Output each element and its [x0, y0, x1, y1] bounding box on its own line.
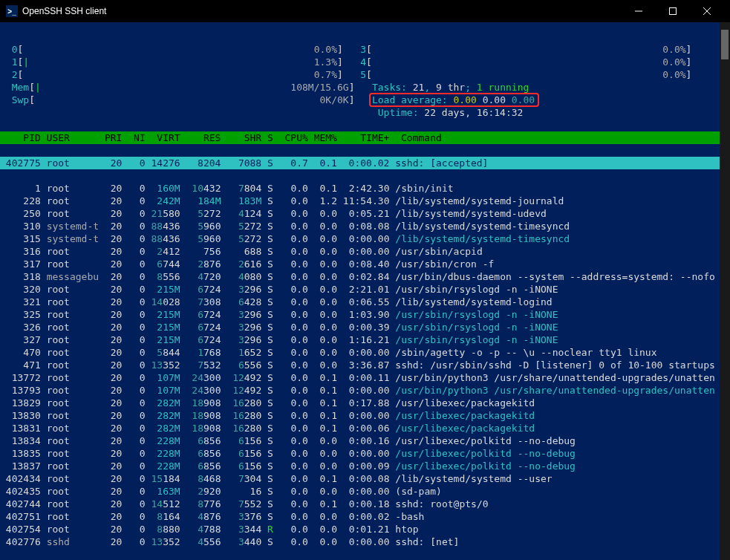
cpu-meter-row: 1[| 1.3%] 4[ 0.0%]	[0, 56, 691, 68]
process-row[interactable]: 1 root 20 0 160M 10432 7804 S 0.0 0.1 2:…	[0, 183, 454, 194]
process-row[interactable]: 13834 root 20 0 228M 6856 6156 S 0.0 0.0…	[0, 435, 576, 446]
process-row[interactable]: 471 root 20 0 13352 7532 6556 S 0.0 0.0 …	[0, 359, 715, 371]
process-row[interactable]: 325 root 20 0 215M 6724 3296 S 0.0 0.0 1…	[0, 309, 558, 320]
minimize-button[interactable]	[622, 0, 656, 22]
process-row[interactable]: 13830 root 20 0 282M 18908 16280 S 0.0 0…	[0, 410, 535, 421]
titlebar[interactable]: >_ OpenSSH SSH client	[0, 0, 730, 23]
process-row[interactable]: 402744 root 20 0 14512 8776 7552 S 0.0 0…	[0, 498, 489, 509]
close-button[interactable]	[690, 0, 724, 22]
process-row[interactable]: 321 root 20 0 14028 7308 6428 S 0.0 0.0 …	[0, 296, 553, 307]
process-row[interactable]: 318 messagebu 20 0 8556 4720 4080 S 0.0 …	[0, 271, 715, 282]
mem-meter-row: Mem[| 108M/15.6G] Tasks: 21, 9 thr; 1 ru…	[0, 82, 529, 93]
maximize-button[interactable]	[656, 0, 690, 22]
swp-meter-row: Swp[ 0K/0K] Load average: 0.00 0.00 0.00	[0, 94, 539, 105]
process-row[interactable]: 326 root 20 0 215M 6724 3296 S 0.0 0.0 0…	[0, 322, 558, 333]
process-row[interactable]: 13835 root 20 0 228M 6856 6156 S 0.0 0.0…	[0, 448, 576, 459]
process-row[interactable]: 316 root 20 0 2412 756 688 S 0.0 0.0 0:0…	[0, 246, 483, 257]
process-row[interactable]: 13837 root 20 0 228M 6856 6156 S 0.0 0.0…	[0, 460, 576, 472]
process-row[interactable]: 320 root 20 0 215M 6724 3296 S 0.0 0.0 2…	[0, 284, 558, 295]
terminal-body[interactable]: 0[ 0.0%] 3[ 0.0%] 1[| 1.3%] 4[	[0, 22, 720, 560]
cpu-meter-row: 0[ 0.0%] 3[ 0.0%]	[0, 44, 691, 55]
process-row[interactable]: 470 root 20 0 5844 1768 1652 S 0.0 0.0 0…	[0, 347, 657, 358]
process-row[interactable]: 315 systemd-t 20 0 88436 5960 5272 S 0.0…	[0, 233, 570, 244]
window-title: OpenSSH SSH client	[22, 6, 106, 16]
process-table-header[interactable]: PID USER PRI NI VIRT RES SHR S CPU% MEM%…	[0, 131, 720, 144]
vertical-scrollbar[interactable]	[720, 22, 730, 560]
process-row[interactable]: 310 systemd-t 20 0 88436 5960 5272 S 0.0…	[0, 221, 570, 232]
uptime-row: Uptime: 22 days, 16:14:32	[0, 107, 523, 118]
load-average-highlight: Load average: 0.00 0.00 0.00	[369, 93, 539, 107]
powershell-icon: >_	[6, 5, 18, 17]
process-row[interactable]: 402435 root 20 0 163M 2920 16 S 0.0 0.0 …	[0, 486, 442, 497]
svg-rect-0	[670, 8, 677, 15]
process-row[interactable]: 13793 root 20 0 107M 24300 12492 S 0.0 0…	[0, 385, 715, 396]
process-row[interactable]: 402751 root 20 0 8164 4876 3376 S 0.0 0.…	[0, 511, 424, 522]
scrollbar-thumb[interactable]	[721, 30, 729, 59]
process-row[interactable]: 228 root 20 0 242M 184M 183M S 0.0 1.2 1…	[0, 195, 564, 206]
process-row[interactable]: 13829 root 20 0 282M 18908 16280 S 0.0 0…	[0, 397, 535, 408]
process-row-selected[interactable]: 402775 root 20 0 14276 8204 7088 S 0.7 0…	[0, 157, 720, 169]
process-row[interactable]: 250 root 20 0 21580 5272 4124 S 0.0 0.0 …	[0, 208, 547, 219]
process-row[interactable]: 402434 root 20 0 15184 8468 7304 S 0.0 0…	[0, 473, 553, 484]
process-row[interactable]: 402754 root 20 0 8880 4788 3344 R 0.0 0.…	[0, 524, 419, 535]
cpu-meter-row: 2[ 0.7%] 5[ 0.0%]	[0, 69, 691, 80]
process-row[interactable]: 13772 root 20 0 107M 24300 12492 S 0.0 0…	[0, 372, 715, 383]
process-row[interactable]: 13831 root 20 0 282M 18908 16280 S 0.0 0…	[0, 423, 535, 434]
process-row[interactable]: 317 root 20 0 6744 2876 2616 S 0.0 0.0 0…	[0, 258, 494, 270]
app-window: >_ OpenSSH SSH client 0[ 0.0%] 3[	[0, 0, 730, 560]
process-row[interactable]: 327 root 20 0 215M 6724 3296 S 0.0 0.0 1…	[0, 334, 558, 345]
process-row[interactable]: 402776 sshd 20 0 13352 4556 3440 S 0.0 0…	[0, 536, 459, 547]
